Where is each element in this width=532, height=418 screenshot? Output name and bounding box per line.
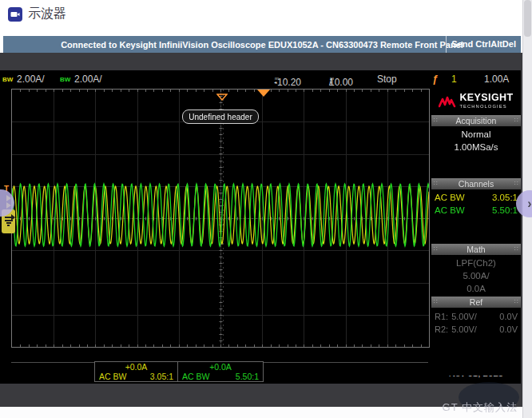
ch1-coupling: AC BW: [99, 372, 126, 381]
ch1-bw-badge: BW: [2, 76, 13, 83]
page-title: 示波器: [28, 6, 66, 22]
ch1-probe-ratio: 3.05:1: [150, 372, 173, 381]
channel-1-row[interactable]: AC BW3.05:1: [431, 191, 521, 204]
math-section-header[interactable]: ∷ Math ∷: [431, 244, 521, 255]
ref-title: Ref: [470, 297, 482, 307]
waveform-display[interactable]: [11, 89, 430, 348]
trigger-level[interactable]: 1.00A: [484, 74, 509, 85]
ch2-bw-badge: BW: [60, 76, 70, 83]
math-scale: 5.00A/: [431, 269, 521, 282]
grip-icon: ∷: [434, 117, 438, 124]
grip-icon: ∷: [434, 246, 438, 253]
math-title: Math: [466, 245, 485, 254]
keysight-logo: KEYSIGHT TECHNOLOGIES: [431, 88, 521, 115]
chevron-right-icon: ›: [527, 197, 531, 211]
ref-r1-row: R1:5.00V/ 0.0V: [431, 310, 521, 323]
send-ctrl-alt-del-button[interactable]: Send CtrlAltDel: [446, 36, 519, 53]
ch2-offset-value: +0.0A: [182, 362, 259, 372]
grip-icon: ∷: [434, 299, 438, 305]
ref-section-header[interactable]: ∷ Ref ∷: [431, 297, 521, 308]
trigger-source[interactable]: 1: [451, 74, 457, 85]
grip-icon: ∷: [514, 117, 518, 124]
waveform-canvas[interactable]: [12, 90, 429, 347]
oscilloscope-app-icon: [8, 7, 22, 22]
scope-status-bar: BW 2.00A/ BW 2.00A/ -10.20ms 10.00ms/ St…: [0, 70, 521, 88]
grip-icon: ∷: [514, 299, 518, 305]
acquisition-section-header[interactable]: ∷ Acquisition ∷: [431, 115, 521, 126]
math-offset: 0.0A: [431, 282, 521, 295]
trigger-edge-icon[interactable]: ƒ: [432, 73, 438, 85]
ime-watermark: GT 中文输入法: [443, 400, 518, 415]
channels-title: Channels: [459, 179, 494, 189]
keysight-spark-icon: [439, 96, 456, 109]
connection-bar: Connected to Keysight InfiniiVision Osci…: [3, 36, 521, 53]
run-state[interactable]: Stop: [377, 74, 397, 85]
sample-rate: 1.00MSa/s: [431, 141, 521, 153]
ch1-scale[interactable]: 2.00A/: [17, 74, 45, 85]
scrollbar-thumb[interactable]: [524, 0, 531, 37]
channels-section-header[interactable]: ∷ Channels ∷: [431, 178, 521, 189]
page-header: 示波器: [8, 6, 66, 22]
acquisition-mode: Normal: [431, 128, 521, 141]
ch2-probe-ratio: 5.50:1: [236, 372, 259, 381]
math-function: LPF(Ch2): [431, 257, 521, 269]
ch2-scale[interactable]: 2.00A/: [74, 74, 102, 85]
ch1-offset-value: +0.0A: [99, 362, 173, 372]
trigger-position-marker-icon[interactable]: [257, 90, 270, 97]
grip-icon: ∷: [514, 246, 518, 253]
scope-sidebar: KEYSIGHT TECHNOLOGIES ∷ Acquisition ∷ No…: [431, 88, 521, 376]
channel-2-row[interactable]: AC BW5.50:1: [431, 204, 521, 217]
grip-icon: ∷: [434, 181, 438, 187]
ch2-measurement-box[interactable]: +0.0A AC BW 5.50:1: [177, 361, 264, 382]
ch1-measurement-box[interactable]: +0.0A AC BW 3.05:1: [94, 361, 178, 382]
brand-name: KEYSIGHT: [459, 94, 513, 102]
acquisition-title: Acquisition: [456, 116, 497, 125]
ch2-coupling: AC BW: [182, 372, 209, 381]
time-reference-marker-icon: [216, 90, 228, 104]
ref-r2-row: R2:5.00V/ 0.0V: [431, 323, 521, 336]
brand-subtitle: TECHNOLOGIES: [459, 102, 513, 111]
tooltip: Undefined header: [182, 109, 259, 124]
grip-icon: ∷: [514, 181, 518, 187]
connection-message: Connected to Keysight InfiniiVision Osci…: [61, 40, 463, 50]
